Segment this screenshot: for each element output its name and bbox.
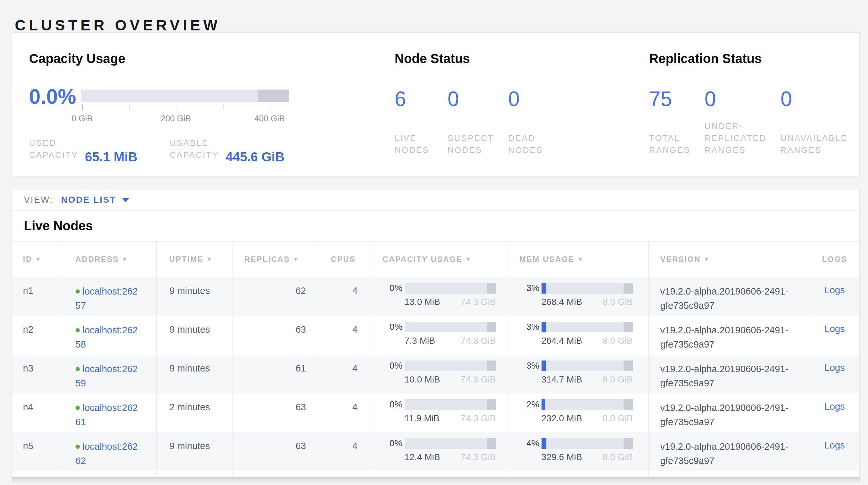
node-version-cell: v19.2.0-alpha.20190606-2491-gfe735c9a97: [648, 277, 810, 316]
column-header-uptime[interactable]: UPTIME▼: [156, 241, 232, 277]
node-status-stats: 6 LIVE NODES 0 SUSPECT NODES 0 DEAD NODE…: [395, 88, 561, 156]
node-cpus: 4: [319, 394, 371, 432]
capacity-total: 74.3 GiB: [461, 452, 496, 462]
node-id: n2: [12, 316, 64, 355]
capacity-usage-title: Capacity Usage: [29, 51, 378, 66]
gauge-tick-label: 0 GiB: [72, 113, 93, 123]
mem-percent: 2%: [520, 399, 539, 410]
column-header-logs: LOGS: [810, 241, 859, 277]
node-address-cell: localhost:26258: [64, 316, 156, 355]
column-header-mem-usage[interactable]: MEM USAGE▼: [507, 241, 648, 277]
live-nodes-heading: Live Nodes: [12, 211, 859, 241]
node-logs-cell: Logs: [810, 432, 859, 471]
usable-capacity-value: 445.6 GiB: [226, 150, 284, 163]
dead-nodes-count: 0: [508, 88, 547, 110]
gauge-tick: [223, 105, 223, 110]
capacity-bar: [405, 361, 496, 371]
node-capacity-usage-cell: 0% 11.9 MiB74.3 GiB: [371, 394, 507, 432]
sort-icon: ▼: [207, 257, 212, 262]
under-replicated-ranges-stat: 0 UNDER- REPLICATED RANGES: [705, 88, 766, 156]
sort-icon: ▼: [35, 257, 41, 262]
capacity-percent: 0%: [383, 438, 403, 449]
logs-link[interactable]: Logs: [825, 363, 845, 373]
node-replicas: 61: [232, 355, 319, 394]
node-uptime: 9 minutes: [156, 277, 232, 316]
node-uptime: 2 minutes: [156, 394, 232, 432]
node-address-link[interactable]: localhost:26261: [75, 401, 140, 429]
live-nodes-count: 6: [395, 88, 433, 110]
usable-capacity-stat: USABLE CAPACITY 445.6 GiB: [169, 137, 284, 161]
suspect-nodes-stat: 0 SUSPECT NODES: [447, 88, 494, 156]
column-header-replicas[interactable]: REPLICAS▼: [232, 241, 319, 277]
mem-total: 8.0 GiB: [602, 374, 632, 385]
view-dropdown[interactable]: NODE LIST: [61, 195, 129, 205]
node-replicas: 63: [232, 432, 319, 471]
view-selected-value: NODE LIST: [61, 195, 116, 205]
node-row: n4 localhost:26261 2 minutes 63 4 0% 11.…: [12, 394, 859, 432]
node-capacity-usage-cell: 0% 13.0 MiB74.3 GiB: [371, 277, 507, 316]
column-header-id[interactable]: ID▼: [12, 241, 64, 277]
column-header-capacity-usage[interactable]: CAPACITY USAGE▼: [371, 241, 507, 277]
usable-capacity-label: USABLE CAPACITY: [169, 137, 219, 161]
column-header-address[interactable]: ADDRESS▼: [64, 241, 156, 277]
node-logs-cell: Logs: [810, 355, 859, 394]
node-capacity-usage-cell: 0% 7.3 MiB74.3 GiB: [371, 316, 507, 355]
logs-link[interactable]: Logs: [825, 401, 845, 411]
mem-used: 314.7 MiB: [541, 374, 582, 385]
mem-percent: 3%: [520, 361, 539, 371]
node-version-cell: v19.2.0-alpha.20190606-2491-gfe735c9a97: [648, 432, 810, 471]
node-cpus: 4: [319, 316, 371, 355]
mem-bar: [541, 438, 633, 449]
sort-icon: ▼: [293, 257, 299, 262]
mem-used: 268.4 MiB: [541, 297, 582, 307]
gauge-tick: [129, 105, 129, 110]
cluster-summary-card: Capacity Usage 0.0% 0 GiB 200 GiB 400 Gi…: [11, 32, 860, 176]
capacity-bar: [405, 322, 496, 333]
node-address-cell: localhost:26257: [64, 277, 156, 316]
mem-used: 264.4 MiB: [541, 336, 582, 346]
node-mem-usage-cell: 2% 232.0 MiB8.0 GiB: [507, 394, 648, 432]
node-address-link[interactable]: localhost:26259: [75, 362, 140, 390]
node-mem-usage-cell: 3% 264.4 MiB8.0 GiB: [507, 316, 648, 355]
capacity-usage-section: Capacity Usage 0.0% 0 GiB 200 GiB 400 Gi…: [29, 51, 378, 161]
node-address-cell: localhost:26262: [64, 432, 156, 471]
sort-icon: ▼: [704, 257, 709, 262]
node-id: n1: [12, 277, 64, 316]
live-status-dot-icon: [75, 367, 80, 371]
capacity-bar: [405, 283, 496, 293]
node-version-cell: v19.2.0-alpha.20190606-2491-gfe735c9a97: [648, 394, 810, 432]
total-ranges-stat: 75 TOTAL RANGES: [649, 88, 690, 156]
node-version-cell: v19.2.0-alpha.20190606-2491-gfe735c9a97: [648, 316, 810, 355]
capacity-used: 11.9 MiB: [405, 413, 439, 424]
logs-link[interactable]: Logs: [825, 440, 845, 450]
node-cpus: 4: [319, 355, 371, 394]
capacity-used: 7.3 MiB: [405, 336, 435, 346]
node-address-link[interactable]: localhost:26262: [75, 439, 140, 468]
node-address-link[interactable]: localhost:26257: [75, 284, 140, 313]
capacity-bar: [405, 438, 496, 449]
table-header-row: ID▼ ADDRESS▼ UPTIME▼ REPLICAS▼ CPUS CAPA…: [12, 241, 859, 277]
suspect-nodes-label: SUSPECT NODES: [447, 110, 494, 156]
viewport-cut-shadow: [11, 477, 860, 485]
mem-total: 8.0 GiB: [602, 413, 632, 424]
mem-total: 8.0 GiB: [602, 336, 632, 346]
mem-percent: 3%: [520, 283, 539, 293]
dead-nodes-stat: 0 DEAD NODES: [508, 88, 547, 156]
node-logs-cell: Logs: [810, 316, 859, 355]
node-address-link[interactable]: localhost:26258: [75, 323, 140, 351]
node-mem-usage-cell: 3% 268.4 MiB8.0 GiB: [507, 277, 648, 316]
node-id: n4: [12, 394, 64, 432]
column-header-version[interactable]: VERSION▼: [648, 241, 810, 277]
under-replicated-ranges-count: 0: [705, 88, 766, 110]
node-id: n3: [12, 355, 64, 394]
logs-link[interactable]: Logs: [825, 285, 845, 295]
unavailable-ranges-label: UNAVAILABLE RANGES: [780, 110, 847, 156]
node-address-cell: localhost:26261: [64, 394, 156, 432]
node-id: n5: [12, 432, 64, 471]
dead-nodes-label: DEAD NODES: [508, 110, 547, 156]
caret-down-icon: [122, 198, 129, 202]
logs-link[interactable]: Logs: [825, 324, 845, 334]
mem-total: 8.0 GiB: [602, 452, 632, 462]
node-status-section: Node Status 6 LIVE NODES 0 SUSPECT NODES…: [395, 51, 561, 156]
mem-percent: 3%: [520, 322, 539, 332]
